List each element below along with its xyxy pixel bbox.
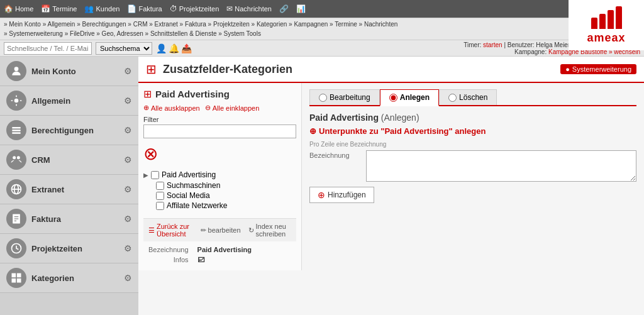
nav-nachrichten[interactable]: ✉ Nachrichten — [226, 4, 272, 13]
svg-rect-4 — [12, 132, 20, 134]
tab-loeschen[interactable]: Löschen — [439, 89, 497, 105]
svg-point-0 — [14, 67, 19, 71]
panel-header: ⊞ Paid Advertising — [143, 88, 296, 100]
info-value-bezeichnung: Paid Advertising — [194, 245, 255, 254]
gear-icon-4: ⚙ — [124, 184, 132, 194]
sidebar-item-faktura[interactable]: Faktura ⚙ — [0, 204, 138, 234]
sidebar-item-extranet[interactable]: Extranet ⚙ — [0, 175, 138, 204]
avatar-crm — [6, 150, 26, 170]
tab-radio-bearbeitung[interactable] — [319, 94, 327, 102]
systemerweiterung-badge[interactable]: ● Systemerweiterung — [560, 64, 636, 74]
tab-bearbeitung[interactable]: Bearbeitung — [309, 89, 380, 105]
sidebar-item-berechtigungen[interactable]: Berechtigungen ⚙ — [0, 116, 138, 145]
tree-root-checkbox[interactable] — [151, 171, 159, 179]
bottom-bar: ☰ Zurück zur Übersicht ✏ bearbeiten ↻ In… — [143, 218, 296, 241]
sidebar: Mein Konto ⚙ Allgemein ⚙ Berechtigungen … — [0, 57, 138, 315]
tab-radio-anlegen[interactable] — [389, 94, 397, 102]
info-row-infos: Infos 🗠 — [145, 255, 255, 264]
messages-icon: ✉ — [226, 4, 233, 13]
avatar-faktura — [6, 209, 26, 229]
nav-kunden[interactable]: 👥 Kunden — [84, 4, 119, 13]
svg-rect-2 — [12, 127, 20, 129]
sidebar-item-mein-konto[interactable]: Mein Konto ⚙ — [0, 57, 138, 86]
bell-icon[interactable]: 🔔 — [169, 43, 179, 53]
form-label-bezeichnung: Bezeichnung — [309, 150, 366, 159]
tree-child-1: Social Media — [156, 191, 296, 201]
svg-rect-16 — [17, 274, 21, 278]
systemerweiterung-label: Systemerweiterung — [572, 65, 631, 73]
sidebar-item-projektzeiten[interactable]: Projektzeiten ⚙ — [0, 234, 138, 263]
sidebar-item-crm[interactable]: CRM ⚙ — [0, 145, 138, 175]
nav-projektzeiten[interactable]: ⏱ Projektzeiten — [170, 4, 219, 13]
svg-rect-15 — [12, 274, 16, 278]
content-area: ⊞ Zusatzfelder-Kategorien ● Systemerweit… — [138, 57, 644, 315]
chart-icon: 📊 — [296, 4, 306, 13]
svg-point-6 — [17, 156, 20, 159]
bar1 — [591, 18, 597, 29]
sidebar-label-berechtigungen: Berechtigungen — [31, 126, 124, 135]
tab-radio-loeschen[interactable] — [448, 94, 457, 102]
tab-anlegen[interactable]: Anlegen — [380, 89, 439, 106]
svg-point-1 — [14, 99, 19, 103]
bezeichnung-textarea[interactable] — [366, 150, 636, 182]
breadcrumb-line2: » Systemerweiterung » FileDrive » Geo, A… — [4, 29, 640, 38]
info-value-infos: 🗠 — [194, 255, 255, 264]
sidebar-label-extranet: Extranet — [31, 185, 124, 194]
collapse-all-btn[interactable]: ⊖ Alle einklappen — [205, 104, 260, 112]
tree-child-checkbox-2[interactable] — [156, 202, 164, 210]
list-icon: ☰ — [148, 226, 155, 235]
tree-child-checkbox-0[interactable] — [156, 182, 164, 190]
nav-faktura[interactable]: 📄 Faktura — [127, 4, 162, 13]
breadcrumb-line1: » Mein Konto » Allgemein » Berechtigunge… — [4, 19, 640, 29]
user-icon[interactable]: 👤 — [156, 43, 167, 53]
collapse-icon: ⊖ — [205, 104, 211, 112]
gear-icon-3: ⚙ — [124, 155, 132, 165]
right-panel: Bearbeitung Anlegen Löschen Paid Adverti… — [302, 83, 644, 270]
sub-content: ⊞ Paid Advertising ⊕ Alle ausklappen ⊖ A… — [138, 83, 644, 270]
search-input[interactable] — [4, 42, 92, 55]
sidebar-item-kategorien[interactable]: Kategorien ⚙ — [0, 263, 138, 293]
zusatzfelder-icon: ⊞ — [146, 62, 157, 77]
timer-start-link[interactable]: starten — [483, 41, 502, 48]
calendar-icon: 📅 — [41, 4, 50, 13]
sidebar-item-allgemein[interactable]: Allgemein ⚙ — [0, 86, 138, 116]
tree-child-label-1: Social Media — [167, 191, 210, 200]
tree-icon: ⊞ — [143, 88, 152, 100]
page-title: Zusatzfelder-Kategorien — [163, 63, 292, 76]
sidebar-label-crm: CRM — [31, 155, 124, 165]
gear-icon-6: ⚙ — [124, 243, 132, 253]
link-icon: 🔗 — [279, 4, 289, 13]
tree-child-0: Suchmaschinen — [156, 180, 296, 191]
filter-label: Filter — [143, 116, 296, 123]
schema-select[interactable]: Suchschema — [96, 42, 152, 55]
pencil-icon: ✏ — [201, 226, 206, 235]
time-icon: ⏱ — [170, 4, 177, 13]
tree-child-checkbox-1[interactable] — [156, 192, 164, 200]
avatar-kategorien — [6, 268, 26, 288]
gear-icon-1: ⚙ — [124, 96, 132, 106]
avatar-mein-konto — [6, 61, 26, 81]
edit-link[interactable]: ✏ bearbeiten — [201, 226, 241, 235]
nav-home[interactable]: 🏠 Home — [4, 4, 33, 13]
anlegen-heading: Paid Advertising (Anlegen) — [309, 113, 636, 123]
main-layout: Mein Konto ⚙ Allgemein ⚙ Berechtigungen … — [0, 57, 644, 315]
nav-link-icon[interactable]: 🔗 — [279, 4, 289, 13]
ameax-bars — [591, 6, 622, 29]
index-link[interactable]: ↻ Index neu schreiben — [248, 223, 291, 238]
nav-chart-icon[interactable]: 📊 — [296, 4, 306, 13]
add-button[interactable]: ⊕ Hinzufügen — [309, 187, 374, 203]
avatar-allgemein — [6, 91, 26, 111]
expand-all-btn[interactable]: ⊕ Alle ausklappen — [143, 104, 200, 112]
tree-toggle[interactable]: ▶ — [143, 172, 148, 179]
expand-controls: ⊕ Alle ausklappen ⊖ Alle einklappen — [143, 104, 296, 112]
back-link[interactable]: ☰ Zurück zur Übersicht — [148, 223, 193, 238]
left-panel: ⊞ Paid Advertising ⊕ Alle ausklappen ⊖ A… — [138, 83, 302, 270]
export-icon[interactable]: 📤 — [181, 43, 192, 53]
filter-input[interactable] — [143, 124, 296, 138]
nav-termine[interactable]: 📅 Termine — [41, 4, 77, 13]
invoice-icon: 📄 — [127, 4, 136, 13]
info-row-bezeichnung: Bezeichnung Paid Advertising — [145, 245, 255, 254]
breadcrumb-bar: » Mein Konto » Allgemein » Berechtigunge… — [0, 18, 644, 40]
avatar-berechtigungen — [6, 120, 26, 140]
gear-icon-2: ⚙ — [124, 125, 132, 135]
